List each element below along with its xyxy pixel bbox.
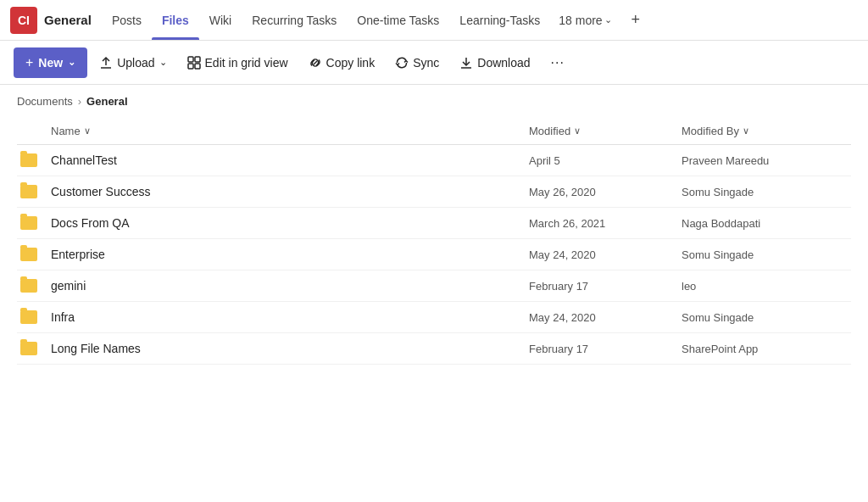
name-column-header[interactable]: Name ∨ [51, 125, 529, 137]
table-row[interactable]: Customer SuccessMay 26, 2020Somu Singade [17, 176, 851, 208]
file-modified-date: May 24, 2020 [529, 248, 682, 261]
plus-icon: + [25, 55, 33, 70]
breadcrumb: Documents › General [0, 85, 868, 118]
edit-grid-label: Edit in grid view [205, 56, 288, 70]
file-modified-by: Praveen Mareedu [682, 154, 851, 167]
tab-learning-tasks[interactable]: Learning-Tasks [449, 0, 550, 40]
tab-posts[interactable]: Posts [102, 0, 152, 40]
more-options-button[interactable]: ··· [542, 47, 573, 78]
table-row[interactable]: InfraMay 24, 2020Somu Singade [17, 302, 851, 333]
svg-rect-3 [195, 57, 200, 62]
file-name: ChannelTest [51, 153, 529, 167]
table-row[interactable]: EnterpriseMay 24, 2020Somu Singade [17, 239, 851, 271]
toolbar: + New ⌄ Upload ⌄ Edit in grid view Copy … [0, 41, 868, 85]
file-name: Docs From QA [51, 216, 529, 230]
upload-button[interactable]: Upload ⌄ [91, 47, 175, 78]
sort-icon: ∨ [84, 126, 91, 137]
tab-wiki[interactable]: Wiki [199, 0, 242, 40]
table-row[interactable]: Long File NamesFebruary 17SharePoint App [17, 333, 851, 365]
copy-link-label: Copy link [326, 56, 376, 70]
svg-rect-2 [188, 57, 193, 62]
svg-rect-5 [195, 64, 200, 69]
table-row[interactable]: Docs From QAMarch 26, 2021Naga Boddapati [17, 208, 851, 239]
nav-add-button[interactable]: + [624, 8, 648, 32]
modified-by-column-header[interactable]: Modified By ∨ [682, 125, 851, 137]
file-modified-date: February 17 [529, 280, 682, 293]
breadcrumb-separator: › [78, 95, 81, 108]
nav-more-button[interactable]: 18 more ⌄ [550, 14, 620, 27]
channel-name: General [44, 13, 92, 27]
download-label: Download [477, 56, 530, 70]
nav-tabs: Posts Files Wiki Recurring Tasks One-tim… [102, 0, 620, 40]
sync-label: Sync [413, 56, 439, 70]
nav-more-label: 18 more [559, 14, 602, 27]
file-name: Long File Names [51, 342, 529, 355]
edit-grid-button[interactable]: Edit in grid view [179, 47, 297, 78]
file-name: Enterprise [51, 248, 529, 261]
file-list-header: Name ∨ Modified ∨ Modified By ∨ [17, 118, 851, 145]
folder-icon [20, 342, 37, 355]
download-button[interactable]: Download [451, 47, 538, 78]
download-icon [459, 56, 473, 70]
new-label: New [38, 56, 63, 70]
file-modified-by: Somu Singade [682, 311, 851, 324]
file-modified-by: Somu Singade [682, 248, 851, 261]
sync-button[interactable]: Sync [387, 47, 448, 78]
folder-icon [20, 248, 37, 261]
copy-link-button[interactable]: Copy link [300, 47, 384, 78]
upload-label: Upload [117, 56, 154, 70]
folder-icon [20, 310, 37, 324]
folder-icon [20, 153, 37, 167]
file-modified-date: March 26, 2021 [529, 217, 682, 230]
table-row[interactable]: geminiFebruary 17leo [17, 271, 851, 302]
sort-icon: ∨ [574, 126, 581, 137]
modified-by-header-label: Modified By [682, 125, 739, 137]
tab-one-time-tasks[interactable]: One-time Tasks [347, 0, 449, 40]
svg-rect-4 [188, 64, 193, 69]
modified-header-label: Modified [529, 125, 570, 137]
new-button[interactable]: + New ⌄ [14, 47, 87, 78]
name-header-label: Name [51, 125, 81, 137]
file-name: Infra [51, 310, 529, 324]
table-row[interactable]: ChannelTestApril 5Praveen Mareedu [17, 145, 851, 176]
file-modified-date: February 17 [529, 343, 682, 355]
modified-column-header[interactable]: Modified ∨ [529, 125, 682, 137]
tab-files[interactable]: Files [152, 0, 199, 40]
folder-icon [20, 216, 37, 230]
file-modified-date: May 26, 2020 [529, 186, 682, 198]
app-icon: CI [10, 7, 37, 34]
chevron-down-icon: ⌄ [68, 57, 75, 68]
sync-icon [395, 56, 409, 70]
grid-icon [187, 56, 201, 70]
breadcrumb-documents[interactable]: Documents [17, 95, 73, 108]
more-icon: ··· [551, 55, 565, 70]
breadcrumb-current: General [86, 95, 127, 108]
link-icon [309, 56, 322, 70]
file-modified-by: Somu Singade [682, 186, 851, 198]
folder-icon [20, 185, 37, 198]
upload-icon [99, 56, 113, 70]
file-rows-container: ChannelTestApril 5Praveen MareeduCustome… [17, 145, 851, 365]
tab-recurring-tasks[interactable]: Recurring Tasks [242, 0, 347, 40]
file-modified-by: SharePoint App [682, 343, 851, 355]
file-modified-by: Naga Boddapati [682, 217, 851, 230]
file-modified-by: leo [682, 280, 851, 293]
sort-icon: ∨ [743, 126, 749, 137]
folder-icon [20, 279, 37, 293]
file-modified-date: May 24, 2020 [529, 311, 682, 324]
top-nav-bar: CI General Posts Files Wiki Recurring Ta… [0, 0, 868, 41]
file-name: Customer Success [51, 185, 529, 198]
chevron-down-icon: ⌄ [159, 57, 167, 68]
chevron-down-icon: ⌄ [604, 14, 612, 25]
file-modified-date: April 5 [529, 154, 682, 167]
file-list: Name ∨ Modified ∨ Modified By ∨ ChannelT… [0, 118, 868, 365]
file-name: gemini [51, 279, 529, 293]
